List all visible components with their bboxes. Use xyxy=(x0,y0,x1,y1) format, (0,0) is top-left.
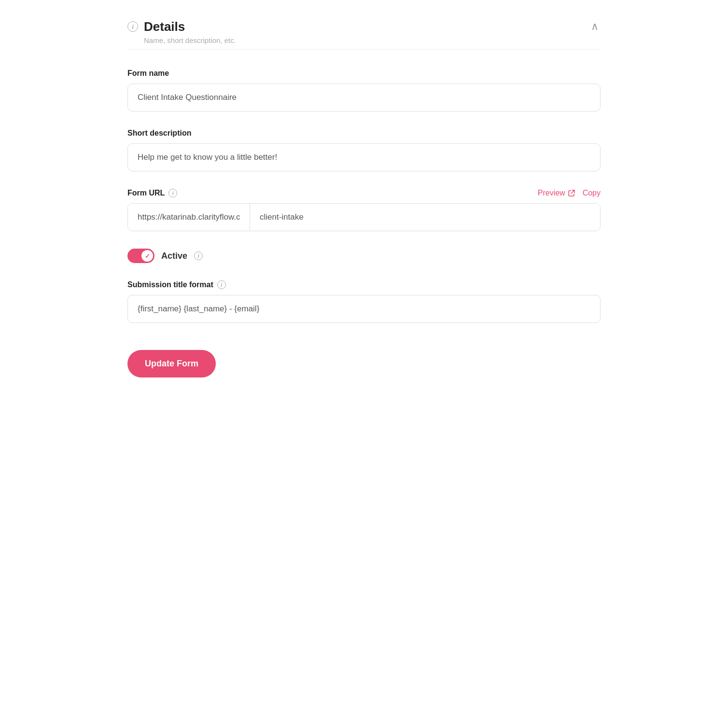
copy-button[interactable]: Copy xyxy=(583,189,601,197)
update-form-button[interactable]: Update Form xyxy=(127,350,216,377)
active-toggle-row: ✓ Active i xyxy=(127,249,601,263)
form-name-field: Form name xyxy=(127,69,601,112)
url-field-row xyxy=(127,203,601,231)
form-url-info-icon: i xyxy=(168,189,177,197)
section-title-block: Details Name, short description, etc. xyxy=(144,19,236,44)
section-info-icon: i xyxy=(127,21,138,32)
form-name-label: Form name xyxy=(127,69,601,78)
submission-title-input[interactable] xyxy=(127,295,601,323)
url-slug-input[interactable] xyxy=(250,204,600,231)
form-name-input[interactable] xyxy=(127,84,601,112)
url-base-input xyxy=(128,204,250,231)
section-title: Details xyxy=(144,19,236,34)
form-url-field: Form URL i Preview Copy xyxy=(127,189,601,231)
form-url-actions: Preview Copy xyxy=(538,189,601,197)
active-info-icon: i xyxy=(194,251,203,260)
section-subtitle: Name, short description, etc. xyxy=(144,36,236,44)
collapse-button[interactable]: ∧ xyxy=(589,19,601,34)
submission-title-info-icon: i xyxy=(217,280,226,289)
active-toggle[interactable]: ✓ xyxy=(127,249,154,263)
form-url-label-row: Form URL i Preview Copy xyxy=(127,189,601,197)
submission-title-label-left: Submission title format i xyxy=(127,280,226,289)
page-container: i Details Name, short description, etc. … xyxy=(98,0,630,397)
form-url-label-left: Form URL i xyxy=(127,189,177,197)
submission-title-label: Submission title format xyxy=(127,280,213,289)
toggle-knob: ✓ xyxy=(141,250,153,262)
section-header: i Details Name, short description, etc. … xyxy=(127,19,601,50)
submission-title-field: Submission title format i xyxy=(127,280,601,323)
active-label: Active xyxy=(161,251,187,261)
toggle-check-icon: ✓ xyxy=(145,252,150,260)
section-header-left: i Details Name, short description, etc. xyxy=(127,19,236,44)
short-description-label: Short description xyxy=(127,129,601,138)
form-url-label: Form URL xyxy=(127,189,165,197)
external-link-icon xyxy=(568,190,575,196)
short-description-input[interactable] xyxy=(127,143,601,171)
preview-button[interactable]: Preview xyxy=(538,189,575,197)
short-description-field: Short description xyxy=(127,129,601,171)
submission-title-label-row: Submission title format i xyxy=(127,280,601,289)
